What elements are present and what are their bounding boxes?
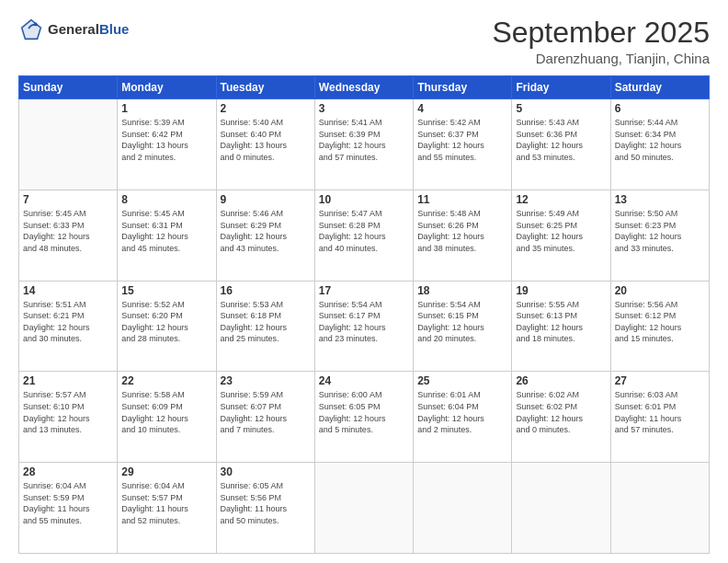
day-info-line: Sunrise: 5:54 AM: [417, 300, 481, 309]
day-info-line: Daylight: 12 hours: [121, 232, 188, 241]
day-info: Sunrise: 5:56 AMSunset: 6:12 PMDaylight:…: [615, 299, 705, 345]
calendar-cell: 10Sunrise: 5:47 AMSunset: 6:28 PMDayligh…: [314, 190, 413, 281]
day-number: 24: [319, 374, 409, 387]
day-info-line: Sunrise: 6:00 AM: [319, 390, 382, 399]
day-info-line: Sunset: 6:07 PM: [221, 402, 282, 411]
day-info-line: Daylight: 12 hours: [23, 232, 90, 241]
day-number: 22: [121, 374, 211, 387]
day-info: Sunrise: 6:04 AMSunset: 5:57 PMDaylight:…: [121, 480, 211, 526]
day-info-line: and 50 minutes.: [615, 153, 674, 162]
day-info-line: and 35 minutes.: [516, 244, 574, 253]
day-info-line: Sunrise: 5:59 AM: [221, 390, 284, 399]
day-number: 7: [23, 193, 113, 206]
calendar-cell: 5Sunrise: 5:43 AMSunset: 6:36 PMDaylight…: [512, 99, 610, 190]
day-info-line: Sunset: 5:57 PM: [121, 493, 183, 502]
day-info-line: and 40 minutes.: [319, 244, 378, 253]
day-info-line: Daylight: 12 hours: [516, 323, 583, 332]
day-info-line: Sunrise: 5:51 AM: [23, 300, 86, 309]
calendar-cell: 9Sunrise: 5:46 AMSunset: 6:29 PMDaylight…: [216, 190, 314, 281]
day-info-line: Sunset: 6:31 PM: [121, 221, 183, 230]
logo: GeneralBlue: [18, 17, 129, 42]
day-number: 18: [417, 284, 507, 297]
day-info-line: Sunset: 6:09 PM: [121, 402, 183, 411]
day-info-line: Sunset: 6:26 PM: [417, 221, 479, 230]
day-info-line: and 28 minutes.: [121, 334, 180, 343]
day-info-line: Sunrise: 5:42 AM: [417, 118, 481, 127]
day-info-line: Sunset: 6:37 PM: [417, 130, 479, 139]
day-info-line: and 7 minutes.: [221, 425, 275, 434]
day-info-line: Sunset: 5:59 PM: [23, 493, 85, 502]
month-title: September 2025: [492, 17, 710, 49]
day-info-line: Sunrise: 5:57 AM: [23, 390, 86, 399]
day-info-line: and 33 minutes.: [615, 244, 674, 253]
day-info-line: Sunset: 6:17 PM: [319, 311, 381, 320]
calendar-cell: 11Sunrise: 5:48 AMSunset: 6:26 PMDayligh…: [414, 190, 512, 281]
day-info: Sunrise: 5:47 AMSunset: 6:28 PMDaylight:…: [319, 208, 409, 254]
calendar-cell: [512, 463, 610, 554]
day-info-line: Daylight: 12 hours: [615, 232, 682, 241]
calendar-cell: 13Sunrise: 5:50 AMSunset: 6:23 PMDayligh…: [610, 190, 709, 281]
day-info-line: Sunrise: 6:04 AM: [23, 481, 86, 490]
day-number: 12: [516, 193, 606, 206]
calendar-week-3: 21Sunrise: 5:57 AMSunset: 6:10 PMDayligh…: [19, 372, 710, 463]
day-info: Sunrise: 5:51 AMSunset: 6:21 PMDaylight:…: [23, 299, 113, 345]
day-info-line: Sunset: 6:36 PM: [516, 130, 577, 139]
day-info: Sunrise: 5:39 AMSunset: 6:42 PMDaylight:…: [121, 117, 211, 163]
day-number: 26: [516, 374, 606, 387]
day-number: 17: [319, 284, 409, 297]
title-section: September 2025 Darenzhuang, Tianjin, Chi…: [492, 17, 710, 66]
calendar-cell: 23Sunrise: 5:59 AMSunset: 6:07 PMDayligh…: [216, 372, 314, 463]
day-info-line: Daylight: 12 hours: [121, 414, 188, 423]
day-info: Sunrise: 5:54 AMSunset: 6:17 PMDaylight:…: [319, 299, 409, 345]
calendar-cell: 27Sunrise: 6:03 AMSunset: 6:01 PMDayligh…: [610, 372, 709, 463]
calendar-cell: 8Sunrise: 5:45 AMSunset: 6:31 PMDaylight…: [118, 190, 216, 281]
day-number: 19: [516, 284, 606, 297]
header: GeneralBlue September 2025 Darenzhuang, …: [18, 17, 710, 66]
day-info-line: and 25 minutes.: [221, 334, 279, 343]
day-info-line: Sunset: 6:18 PM: [221, 311, 282, 320]
calendar-cell: 21Sunrise: 5:57 AMSunset: 6:10 PMDayligh…: [19, 372, 118, 463]
svg-point-2: [34, 23, 38, 27]
calendar-cell: [314, 463, 413, 554]
day-number: 30: [221, 465, 311, 478]
day-info-line: Sunrise: 6:04 AM: [121, 481, 185, 490]
calendar-body: 1Sunrise: 5:39 AMSunset: 6:42 PMDaylight…: [19, 99, 710, 554]
day-info-line: Daylight: 12 hours: [23, 323, 90, 332]
day-number: 8: [121, 193, 211, 206]
day-number: 2: [221, 102, 311, 115]
day-info-line: Sunrise: 5:43 AM: [516, 118, 579, 127]
day-info-line: and 30 minutes.: [23, 334, 82, 343]
day-info-line: Daylight: 12 hours: [23, 414, 90, 423]
day-info-line: Sunset: 6:01 PM: [615, 402, 677, 411]
day-info: Sunrise: 5:55 AMSunset: 6:13 PMDaylight:…: [516, 299, 606, 345]
day-info-line: Daylight: 12 hours: [417, 141, 484, 150]
day-info-line: Daylight: 12 hours: [615, 141, 682, 150]
calendar-cell: 12Sunrise: 5:49 AMSunset: 6:25 PMDayligh…: [512, 190, 610, 281]
day-info-line: and 55 minutes.: [23, 516, 82, 525]
calendar-cell: 1Sunrise: 5:39 AMSunset: 6:42 PMDaylight…: [118, 99, 216, 190]
day-info-line: Daylight: 11 hours: [23, 504, 90, 513]
day-info-line: Daylight: 13 hours: [221, 141, 288, 150]
col-saturday: Saturday: [610, 76, 709, 99]
day-info-line: Daylight: 12 hours: [319, 141, 386, 150]
day-info-line: Sunrise: 5:53 AM: [221, 300, 284, 309]
day-number: 14: [23, 284, 113, 297]
calendar-table: Sunday Monday Tuesday Wednesday Thursday…: [18, 75, 710, 554]
logo-blue: Blue: [99, 21, 130, 37]
day-info-line: Sunset: 6:04 PM: [417, 402, 479, 411]
day-info: Sunrise: 6:00 AMSunset: 6:05 PMDaylight:…: [319, 389, 409, 435]
day-info: Sunrise: 5:53 AMSunset: 6:18 PMDaylight:…: [221, 299, 311, 345]
day-info-line: Sunrise: 5:52 AM: [121, 300, 185, 309]
day-info-line: Daylight: 12 hours: [319, 414, 386, 423]
calendar-cell: [610, 463, 709, 554]
header-row: Sunday Monday Tuesday Wednesday Thursday…: [19, 76, 710, 99]
calendar-cell: 25Sunrise: 6:01 AMSunset: 6:04 PMDayligh…: [414, 372, 512, 463]
day-info-line: and 45 minutes.: [121, 244, 180, 253]
day-info-line: Daylight: 12 hours: [516, 141, 583, 150]
day-info: Sunrise: 6:02 AMSunset: 6:02 PMDaylight:…: [516, 389, 606, 435]
day-info-line: Sunset: 6:40 PM: [221, 130, 282, 139]
svg-marker-0: [20, 18, 42, 40]
day-info-line: and 43 minutes.: [221, 244, 279, 253]
day-info-line: Sunset: 6:39 PM: [319, 130, 381, 139]
day-info-line: Sunrise: 5:49 AM: [516, 209, 579, 218]
